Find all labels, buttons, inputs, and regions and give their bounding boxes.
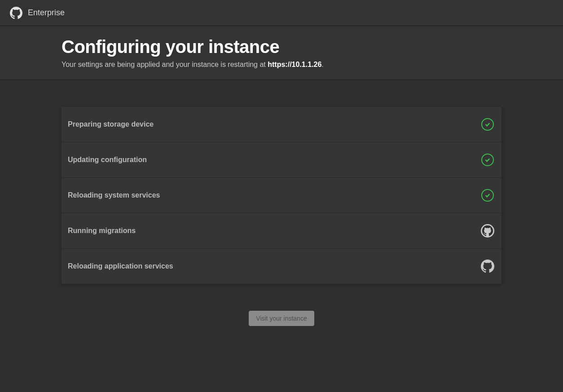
step-label: Running migrations	[68, 227, 136, 235]
subtitle-suffix: .	[321, 61, 323, 68]
top-bar: Enterprise	[0, 0, 563, 26]
step-reloading-system-services: Reloading system services	[62, 178, 501, 213]
step-updating-configuration: Updating configuration	[62, 142, 501, 178]
step-label: Reloading application services	[68, 262, 173, 270]
status-in-progress-icon	[481, 224, 494, 238]
check-mark-icon	[484, 121, 491, 128]
status-pending-icon	[481, 260, 494, 273]
main-content: Preparing storage device Updating config…	[62, 80, 501, 326]
step-reloading-application-services: Reloading application services	[62, 249, 501, 284]
status-done-icon	[481, 189, 494, 202]
steps-container: Preparing storage device Updating config…	[62, 107, 501, 284]
brand-text: Enterprise	[28, 8, 65, 18]
instance-url: https://10.1.1.26	[268, 61, 321, 68]
step-label: Updating configuration	[68, 156, 147, 164]
check-circle-icon	[481, 189, 494, 202]
github-logo-icon	[10, 7, 22, 19]
check-mark-icon	[484, 157, 491, 163]
octocat-icon	[481, 259, 494, 273]
step-preparing-storage: Preparing storage device	[62, 107, 501, 142]
step-label: Preparing storage device	[68, 120, 154, 128]
page-title: Configuring your instance	[62, 37, 501, 57]
step-label: Reloading system services	[68, 191, 160, 199]
check-mark-icon	[484, 192, 491, 198]
check-circle-icon	[481, 118, 494, 131]
header-section: Configuring your instance Your settings …	[0, 26, 563, 80]
subtitle-prefix: Your settings are being applied and your…	[62, 61, 268, 68]
logo-area: Enterprise	[10, 7, 65, 19]
button-container: Visit your instance	[62, 311, 501, 326]
status-done-icon	[481, 153, 494, 167]
octocat-icon	[481, 224, 494, 238]
visit-instance-button[interactable]: Visit your instance	[249, 311, 314, 326]
step-running-migrations: Running migrations	[62, 213, 501, 249]
status-done-icon	[481, 118, 494, 131]
page-subtitle: Your settings are being applied and your…	[62, 61, 501, 69]
check-circle-icon	[481, 154, 494, 166]
